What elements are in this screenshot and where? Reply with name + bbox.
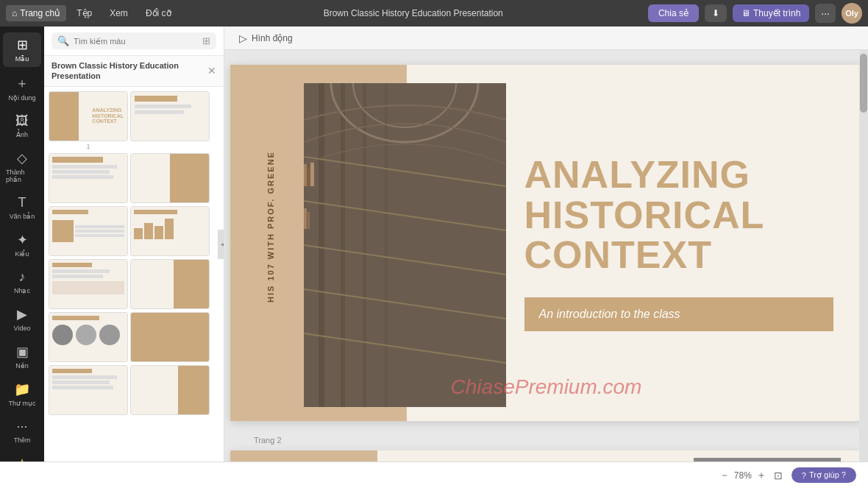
list-item[interactable]	[49, 312, 128, 362]
slide-right-content: ANALYZING HISTORICAL CONTEXT An introduc…	[510, 65, 863, 421]
svg-rect-14	[310, 163, 314, 186]
sidebar-label-text: Văn bản	[10, 213, 35, 220]
slide-thumb-5[interactable]	[49, 206, 128, 256]
sidebar-item-menu[interactable]: ⊞ Mẫu	[3, 32, 41, 67]
sidebar-item-more[interactable]: ··· Thêm	[3, 414, 41, 448]
slide-thumb-1[interactable]: ANALYZINGHISTORICALCONTEXT	[49, 91, 128, 141]
slides-list: ANALYZINGHISTORICALCONTEXT 1	[44, 87, 224, 462]
collapse-handle[interactable]: ◀	[218, 230, 224, 259]
text-icon: T	[18, 195, 26, 211]
doc-title-area: Brown Classic History Education Presenta…	[182, 8, 645, 18]
view-menu[interactable]: Xem	[102, 5, 135, 21]
canvas-scroll[interactable]: HIS 107 WITH PROF. GREENE	[224, 50, 868, 462]
zoom-control: － 78% ＋ ⊡	[719, 469, 783, 482]
list-item[interactable]	[49, 259, 128, 309]
file-label: Tệp	[77, 8, 92, 18]
document-title: Brown Classic History Education Presenta…	[324, 8, 503, 18]
list-item[interactable]	[130, 365, 210, 415]
file-menu[interactable]: Tệp	[69, 5, 99, 21]
list-item[interactable]: ANALYZINGHISTORICALCONTEXT 1	[49, 91, 128, 150]
slide-row-3	[49, 206, 219, 256]
slide-thumb-9[interactable]	[49, 312, 128, 362]
motion-icon: ▷	[239, 32, 247, 44]
list-item[interactable]	[49, 206, 128, 256]
list-item[interactable]	[130, 153, 210, 203]
sidebar-item-folder[interactable]: 📁 Thư mục	[3, 377, 41, 411]
sidebar-item-pro[interactable]: ★ Pro	[3, 451, 41, 462]
sidebar-label-photo: Ảnh	[16, 131, 28, 138]
slide-thumb-6[interactable]	[130, 206, 210, 256]
svg-rect-12	[304, 164, 307, 186]
share-button[interactable]: Chia sẻ	[648, 4, 699, 22]
motion-button[interactable]: ▷ Hình động	[233, 29, 299, 47]
list-item[interactable]	[130, 206, 210, 256]
slide-thumb-7[interactable]	[49, 259, 128, 309]
library-overlay	[304, 83, 506, 407]
sidebar-label-styles: Kiểu	[15, 250, 29, 258]
scroll-thumb[interactable]	[860, 54, 867, 113]
help-icon: ?	[802, 471, 806, 480]
sidebar-label-music: Nhạc	[14, 287, 30, 294]
slide-thumb-11[interactable]	[49, 365, 128, 415]
slide-thumb-8[interactable]	[130, 259, 210, 309]
resize-menu[interactable]: Đổi cỡ	[138, 5, 179, 21]
download-icon: ⬇	[712, 8, 719, 18]
slide-thumb-4[interactable]	[130, 153, 210, 203]
slide-thumb-10[interactable]	[130, 312, 210, 362]
sidebar-item-text[interactable]: T Văn bản	[3, 191, 41, 224]
filter-icon[interactable]: ⊞	[202, 35, 210, 46]
vertical-scrollbar[interactable]	[859, 50, 868, 462]
zoom-out-button[interactable]: －	[719, 469, 730, 482]
sidebar-item-background[interactable]: ▣ Nền	[3, 339, 41, 374]
video-icon: ▶	[17, 306, 27, 322]
resize-label: Đổi cỡ	[146, 8, 171, 18]
close-icon[interactable]: ✕	[207, 65, 216, 77]
sidebar-item-content[interactable]: ＋ Nội dung	[3, 70, 41, 106]
folder-icon: 📁	[14, 381, 30, 397]
fit-button[interactable]: ⊡	[774, 470, 783, 481]
home-button[interactable]: ⌂ Trang chủ	[6, 5, 66, 21]
search-input[interactable]	[74, 37, 198, 46]
sidebar-label-background: Nền	[15, 362, 29, 369]
sidebar-item-music[interactable]: ♪ Nhạc	[3, 265, 41, 299]
slide-row-1: ANALYZINGHISTORICALCONTEXT 1	[49, 91, 219, 150]
slide-rotated-text: HIS 107 WITH PROF. GREENE	[238, 65, 304, 389]
top-right-controls: Chia sẻ ⬇ 🖥 Thuyết trình ··· Oly	[648, 3, 862, 24]
course-label: HIS 107 WITH PROF. GREENE	[266, 151, 275, 303]
main-title: ANALYZING HISTORICAL CONTEXT	[524, 155, 833, 275]
elements-icon: ◇	[17, 150, 27, 166]
svg-rect-13	[307, 168, 310, 186]
main-slide[interactable]: HIS 107 WITH PROF. GREENE	[230, 65, 863, 421]
sidebar-label-more: Thêm	[13, 436, 30, 444]
svg-rect-17	[694, 458, 841, 462]
slide-2-preview[interactable]	[230, 450, 863, 462]
list-item[interactable]	[49, 153, 128, 203]
image-icon: 🖼	[15, 113, 29, 129]
list-item[interactable]	[130, 259, 210, 309]
help-button[interactable]: ? Trợ giúp ?	[791, 467, 856, 483]
monitor-icon: 🖥	[741, 8, 750, 18]
list-item[interactable]	[130, 312, 210, 362]
slide-thumb-3[interactable]	[49, 153, 128, 203]
slide-thumb-2[interactable]	[130, 91, 210, 141]
sidebar-item-photo[interactable]: 🖼 Ảnh	[3, 109, 41, 143]
title-line-3: CONTEXT	[524, 235, 833, 275]
presentation-title-bar: Brown Classic History EducationPresentat…	[44, 56, 224, 87]
download-button[interactable]: ⬇	[705, 4, 727, 22]
slide-row-6	[49, 365, 219, 415]
sidebar-item-elements[interactable]: ◇ Thành phần	[3, 146, 41, 188]
sidebar-item-video[interactable]: ▶ Video	[3, 302, 41, 336]
help-label: Trợ giúp ?	[809, 470, 846, 480]
canvas-toolbar: ▷ Hình động	[224, 26, 868, 50]
sidebar-label-folder: Thư mục	[8, 400, 35, 407]
sidebar-item-styles[interactable]: ✦ Kiểu	[3, 227, 41, 262]
slide-thumb-12[interactable]	[130, 365, 210, 415]
list-item[interactable]	[49, 365, 128, 415]
background-icon: ▣	[16, 344, 29, 360]
zoom-in-button[interactable]: ＋	[756, 469, 766, 482]
list-item[interactable]	[130, 91, 210, 150]
avatar[interactable]: Oly	[842, 3, 862, 24]
present-button[interactable]: 🖥 Thuyết trình	[733, 4, 809, 22]
search-bar[interactable]: 🔍 ⊞	[51, 32, 216, 49]
more-options-button[interactable]: ···	[815, 4, 836, 23]
